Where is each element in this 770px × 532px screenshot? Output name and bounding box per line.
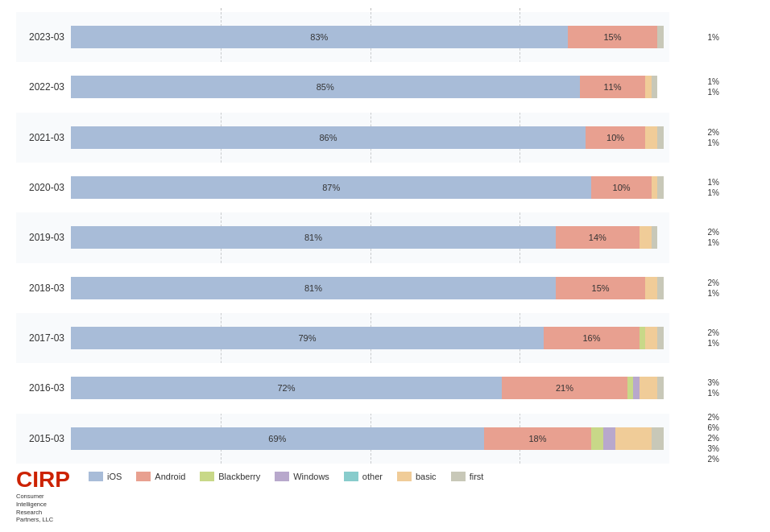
bar-segment-blackberry bbox=[627, 377, 633, 399]
legend-label-blackberry: Blackberry bbox=[218, 472, 260, 481]
legend-item-first: first bbox=[451, 472, 484, 481]
legend-label-other: other bbox=[362, 472, 383, 481]
bar-segment-android: 11% bbox=[580, 76, 646, 98]
legend-item-blackberry: Blackberry bbox=[200, 472, 260, 481]
chart-row: 2023-0383%15%1% bbox=[16, 12, 669, 62]
bar-segment-basic bbox=[640, 377, 657, 399]
legend-swatch-windows bbox=[275, 472, 289, 481]
chart-row: 2015-0369%18%2%6%2%3%2% bbox=[16, 414, 669, 464]
legend-item-ios: iOS bbox=[89, 472, 122, 481]
bar-segment-first bbox=[657, 377, 663, 399]
bar-segment-basic bbox=[615, 427, 652, 450]
legend-swatch-blackberry bbox=[200, 472, 214, 481]
row-label: 2018-03 bbox=[16, 282, 71, 294]
bar-segment-ios: 81% bbox=[71, 226, 556, 249]
row-label: 2023-03 bbox=[16, 31, 71, 43]
bar-segment-basic bbox=[652, 176, 657, 199]
bar-segment-ios: 69% bbox=[71, 427, 484, 450]
chart-row: 2017-0379%16%2%1% bbox=[16, 313, 669, 363]
legend-container: iOSAndroidBlackberryWindowsotherbasicfir… bbox=[89, 468, 483, 481]
bar-segment-android: 21% bbox=[502, 377, 627, 399]
legend-label-ios: iOS bbox=[107, 472, 122, 481]
row-label: 2015-03 bbox=[16, 433, 71, 444]
legend-label-first: first bbox=[470, 472, 484, 481]
chart-container: 2023-0383%15%1%2022-0385%11%1%1%2021-038… bbox=[0, 0, 770, 532]
legend-swatch-first bbox=[451, 472, 466, 481]
bar-segment-ios: 72% bbox=[71, 377, 502, 399]
bar-segment-first bbox=[657, 176, 663, 199]
bar-segment-ios: 86% bbox=[71, 126, 586, 149]
chart-rows: 2023-0383%15%1%2022-0385%11%1%1%2021-038… bbox=[8, 8, 722, 464]
legend-label-basic: basic bbox=[416, 472, 437, 481]
chart-row: 2020-0387%10%1%1% bbox=[16, 163, 669, 212]
bar-segment-android: 15% bbox=[568, 26, 657, 48]
bar-segment-android: 16% bbox=[544, 327, 640, 349]
bottom-section: CIRP Consumer Intelligence Research Part… bbox=[8, 464, 722, 524]
legend-swatch-ios bbox=[89, 472, 103, 481]
bar-segment-basic bbox=[645, 76, 651, 98]
legend-item-basic: basic bbox=[397, 472, 437, 481]
bar-segment-ios: 83% bbox=[71, 26, 568, 48]
bar-segment-android: 18% bbox=[484, 427, 592, 450]
legend-label-android: Android bbox=[155, 472, 185, 481]
bar-segment-first bbox=[652, 427, 664, 450]
bar-segment-android: 10% bbox=[586, 126, 645, 149]
cirp-big-text: CIRP bbox=[16, 468, 70, 491]
chart-row: 2022-0385%11%1%1% bbox=[16, 62, 669, 112]
legend-item-windows: Windows bbox=[275, 472, 329, 481]
row-label: 2019-03 bbox=[16, 232, 71, 243]
bar-segment-android: 10% bbox=[591, 176, 651, 199]
bar-segment-ios: 85% bbox=[71, 76, 580, 98]
bar-segment-first bbox=[657, 26, 663, 48]
chart-row: 2019-0381%14%2%1% bbox=[16, 212, 669, 262]
bar-segment-basic bbox=[645, 327, 657, 349]
row-label: 2016-03 bbox=[16, 382, 71, 394]
row-label: 2022-03 bbox=[16, 81, 71, 93]
bar-segment-android: 14% bbox=[556, 226, 640, 249]
bar-segment-basic bbox=[645, 277, 657, 299]
row-label: 2020-03 bbox=[16, 182, 71, 193]
chart-row: 2016-0372%21%3%1% bbox=[16, 363, 669, 413]
legend-label-windows: Windows bbox=[293, 472, 329, 481]
cirp-logo: CIRP Consumer Intelligence Research Part… bbox=[16, 468, 81, 524]
legend-swatch-basic bbox=[397, 472, 412, 481]
bar-segment-ios: 87% bbox=[71, 176, 591, 199]
legend-item-android: Android bbox=[136, 472, 185, 481]
bar-segment-ios: 79% bbox=[71, 327, 544, 349]
bar-segment-windows bbox=[603, 427, 615, 450]
bar-segment-first bbox=[652, 76, 657, 98]
chart-row: 2021-0386%10%2%1% bbox=[16, 113, 669, 163]
bar-segment-blackberry bbox=[591, 427, 603, 450]
bar-segment-first bbox=[657, 327, 663, 349]
bar-segment-basic bbox=[640, 226, 652, 249]
bar-segment-blackberry bbox=[640, 327, 645, 349]
bar-segment-windows bbox=[633, 377, 639, 399]
bar-segment-android: 15% bbox=[556, 277, 645, 299]
legend-swatch-android bbox=[136, 472, 151, 481]
row-label: 2017-03 bbox=[16, 332, 71, 344]
bar-segment-first bbox=[652, 226, 657, 249]
bar-segment-ios: 81% bbox=[71, 277, 556, 299]
bar-segment-basic bbox=[645, 126, 657, 149]
bar-segment-first bbox=[657, 277, 663, 299]
chart-row: 2018-0381%15%2%1% bbox=[16, 263, 669, 313]
cirp-small-text: Consumer Intelligence Research Partners,… bbox=[16, 493, 53, 524]
row-label: 2021-03 bbox=[16, 132, 71, 143]
legend-item-other: other bbox=[344, 472, 383, 481]
bar-segment-first bbox=[657, 126, 663, 149]
legend-swatch-other bbox=[344, 472, 358, 481]
